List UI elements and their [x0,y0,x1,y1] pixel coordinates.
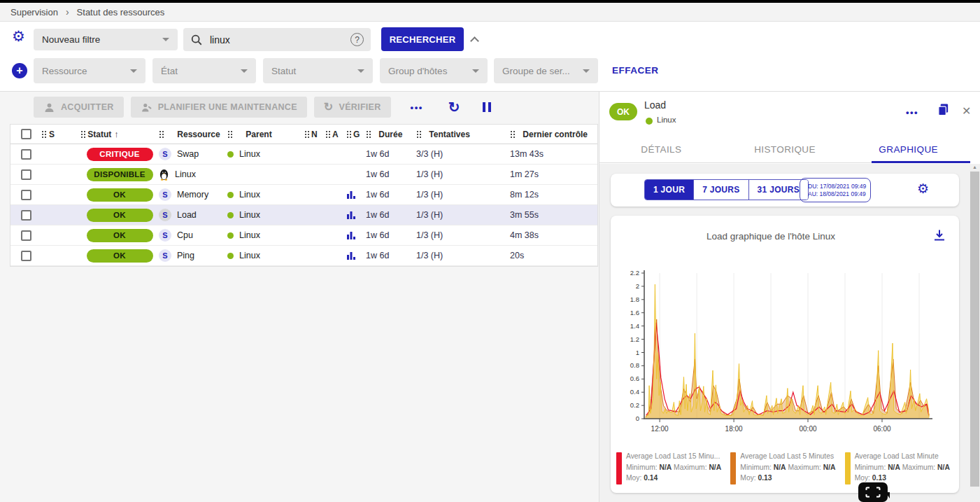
legend-color-swatch [730,452,736,484]
resource-name[interactable]: Memory [177,190,208,200]
search-input[interactable]: linux ? [183,28,371,51]
custom-date-range[interactable]: DU: 17/08/2021 09:49 AU: 18/08/2021 09:4… [800,178,871,202]
drag-grip-icon[interactable] [80,130,85,139]
search-button[interactable]: RECHERCHER [381,27,464,51]
resource-name[interactable]: Swap [177,149,199,159]
parent-name[interactable]: Linux [239,210,260,220]
pause-icon[interactable] [483,102,491,112]
export-graph-icon[interactable] [932,228,946,245]
resource-name[interactable]: Load [177,210,197,220]
close-panel-icon[interactable]: ✕ [962,104,971,118]
saved-filter-select[interactable]: Nouveau filtre [34,29,178,50]
column-header-parent[interactable]: Parent [227,125,304,144]
panel-more-actions-icon[interactable]: ••• [906,107,918,118]
copy-link-icon[interactable] [937,103,950,119]
resource-type-select[interactable]: Ressource [34,58,145,83]
panel-title: Load [644,99,666,111]
row-checkbox[interactable] [21,230,31,241]
state-select[interactable]: État [152,58,256,83]
parent-name[interactable]: Linux [239,190,260,200]
column-header-notes[interactable]: N [304,125,325,144]
drag-grip-icon[interactable] [159,130,164,139]
table-row[interactable]: OKSLoadLinux1w 6d1/3 (H)3m 55s [10,205,597,225]
maintenance-button[interactable]: PLANIFIER UNE MAINTENANCE [131,97,307,118]
parent-name[interactable]: Linux [239,149,260,159]
tab-history[interactable]: HISTORIQUE [723,137,847,162]
acknowledge-label: ACQUITTER [61,102,114,112]
resource-name[interactable]: Linux [175,169,196,179]
drag-grip-icon[interactable] [346,130,351,139]
screen-capture-overlay-icon[interactable] [858,482,888,502]
more-actions-icon[interactable]: ••• [411,102,423,113]
column-header-resource[interactable]: Ressource [159,125,227,144]
check-button[interactable]: ↻ VÉRIFIER [314,97,391,118]
clear-filters-button[interactable]: EFFACER [612,64,659,77]
drag-grip-icon[interactable] [510,130,515,139]
resource-name[interactable]: Ping [177,251,194,260]
range-1day-button[interactable]: 1 JOUR [645,180,693,200]
panel-scrollbar[interactable]: ▲ [970,164,980,502]
collapse-filters-chevron-icon[interactable] [470,36,479,46]
hostgroup-select[interactable]: Group d'hôtes [380,58,488,83]
column-header-status[interactable]: Statut↑ [80,125,159,144]
tab-details[interactable]: DÉTAILS [599,137,723,162]
status-pill: OK [87,209,153,222]
servicegroup-select[interactable]: Groupe de ser... [494,58,598,83]
parent-status-dot-icon [227,192,234,198]
resource-name[interactable]: Cpu [177,230,193,240]
graph-icon[interactable] [346,230,356,240]
drag-grip-icon[interactable] [227,130,232,139]
drag-grip-icon[interactable] [325,130,330,139]
parent-name[interactable]: Linux [239,251,260,260]
graph-icon[interactable] [346,251,356,260]
graph-settings-gear-icon[interactable]: ⚙ [917,182,929,195]
table-row[interactable]: DISPONIBLELinux1w 6d1/3 (H)1m 27s [10,165,597,185]
row-checkbox[interactable] [21,210,31,221]
column-header-last-check[interactable]: Dernier contrôle [510,125,597,144]
table-row[interactable]: OKSMemoryLinux1w 6d1/3 (H)8m 12s [10,185,597,205]
row-checkbox[interactable] [21,251,31,261]
column-header-duration[interactable]: Durée [366,125,416,144]
capture-overlay-handle-icon[interactable] [886,492,890,498]
graph-icon[interactable] [346,210,356,220]
drag-grip-icon[interactable] [304,130,309,139]
status-select[interactable]: Statut [263,58,373,83]
refresh-icon[interactable]: ↻ [448,100,460,114]
graph-icon[interactable] [346,190,356,200]
tries-value: 1/3 (H) [416,190,443,200]
breadcrumb-supervision[interactable]: Supervision [10,7,58,18]
svg-text:12:00: 12:00 [651,425,669,433]
tab-graph[interactable]: GRAPHIQUE [846,137,970,162]
table-row[interactable]: OKSCpuLinux1w 6d1/3 (H)4m 38s [10,225,597,246]
search-help-icon[interactable]: ? [350,33,364,46]
row-checkbox[interactable] [21,169,31,180]
table-row[interactable]: OKSPingLinux1w 6d1/3 (H)20s [10,246,597,266]
scrollbar-thumb[interactable] [970,172,979,487]
legend-item: Average Load Last 15 Minu...Minimum: N/A… [616,451,727,484]
select-all-checkbox[interactable] [21,129,31,139]
range-7days-button[interactable]: 7 JOURS [693,180,748,200]
tries-value: 1/3 (H) [416,210,443,220]
scrollbar-up-arrow-icon[interactable]: ▲ [970,165,980,169]
table-row[interactable]: CRITIQUESSwapLinux1w 6d3/3 (H)13m 43s [10,144,597,165]
column-header-action[interactable]: A [325,125,346,144]
host-status-dot-icon [646,118,653,125]
svg-text:1.6: 1.6 [630,309,639,316]
time-range-card: 1 JOUR 7 JOURS 31 JOURS DU: 17/08/2021 0… [611,174,959,207]
column-header-tries[interactable]: Tentatives [416,125,510,144]
column-header-severity[interactable]: S [41,125,80,144]
add-filter-button[interactable]: + [12,63,27,78]
acknowledge-button[interactable]: ACQUITTER [34,97,124,118]
duration-value: 1w 6d [366,169,389,179]
row-checkbox[interactable] [21,190,31,200]
svg-text:1: 1 [636,349,639,356]
parent-name[interactable]: Linux [239,230,260,240]
drag-grip-icon[interactable] [41,130,46,139]
column-header-graph[interactable]: G [346,125,366,144]
centreon-resources-page: Supervision › Statut des ressources ⚙ No… [0,0,980,502]
filter-settings-gear-icon[interactable]: ⚙ [12,29,25,43]
svg-text:18:00: 18:00 [725,425,743,433]
drag-grip-icon[interactable] [416,130,421,139]
row-checkbox[interactable] [21,149,31,160]
drag-grip-icon[interactable] [366,130,371,139]
